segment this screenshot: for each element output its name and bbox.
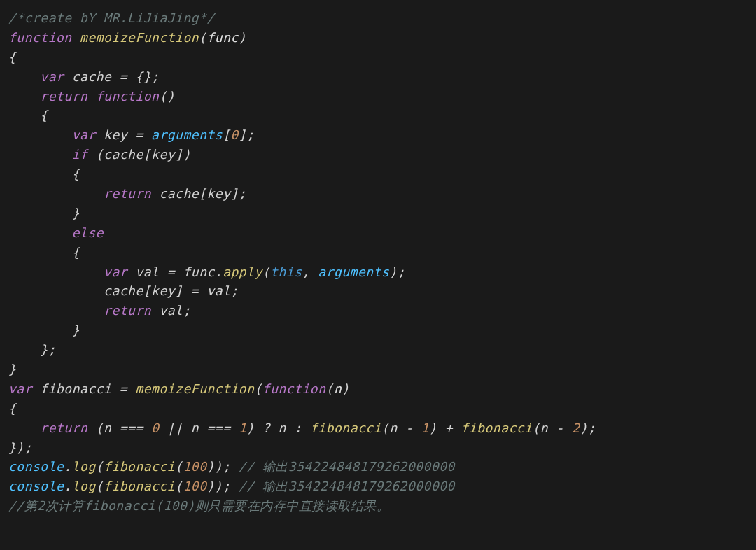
semi: ; — [239, 186, 246, 201]
id-cache: cache — [104, 147, 144, 162]
bracket-open: [ — [144, 147, 151, 162]
op-q: ? — [262, 421, 270, 435]
code-editor[interactable]: /*create bY MR.LiJiaJing*/ function memo… — [8, 8, 748, 516]
semi: ; — [230, 283, 238, 298]
id-cache: cache — [159, 186, 199, 201]
brace-open: { — [8, 50, 16, 64]
kw-function-inner: function — [96, 89, 160, 104]
id-fibonacci: fibonacci — [40, 381, 111, 396]
paren-open: ( — [255, 381, 262, 396]
kw-function: function — [8, 30, 72, 45]
op-eq: = — [191, 283, 199, 298]
param-n: n — [334, 381, 342, 396]
semi: ; — [398, 265, 405, 279]
comment-last: //第2次计算fibonacci(100)则只需要在内存中直接读取结果。 — [8, 498, 389, 513]
param-func: func — [206, 30, 238, 45]
id-val: val — [159, 303, 183, 318]
paren-open: ( — [175, 479, 183, 493]
id-log: log — [72, 459, 96, 474]
op-eqeqeq: === — [207, 421, 231, 435]
op-eq: = — [120, 381, 127, 396]
id-console: console — [8, 459, 64, 474]
call-fib: fibonacci — [104, 479, 175, 493]
id-arguments: arguments — [318, 265, 389, 279]
id-apply: apply — [223, 265, 262, 279]
kw-else: else — [72, 225, 104, 240]
kw-var: var — [104, 265, 127, 279]
op-colon: : — [294, 421, 302, 435]
paren-open: ( — [199, 30, 206, 45]
dot: . — [64, 459, 71, 474]
kw-return: return — [104, 303, 151, 318]
call-fib: fibonacci — [310, 421, 382, 435]
bracket-open: [ — [223, 127, 230, 142]
paren-open: ( — [382, 421, 389, 435]
kw-return: return — [40, 89, 88, 104]
kw-var: var — [8, 381, 32, 396]
paren-close: ) — [580, 421, 588, 435]
dot: . — [64, 479, 71, 493]
bracket-open: [ — [144, 283, 151, 298]
id-n: n — [389, 421, 397, 435]
fn-memoize: memoizeFunction — [80, 30, 199, 45]
semi: ; — [24, 440, 32, 455]
brace-close: } — [72, 323, 80, 337]
kw-function: function — [262, 381, 326, 396]
paren-open: ( — [326, 381, 334, 396]
paren-open: ( — [96, 459, 104, 474]
op-eq: = — [135, 127, 143, 142]
paren-open: ( — [96, 479, 104, 493]
brace-close: } — [8, 440, 16, 455]
brace-open: { — [8, 401, 16, 416]
num-100: 100 — [183, 479, 206, 493]
kw-return: return — [104, 186, 151, 201]
kw-this: this — [270, 265, 302, 279]
op-minus: - — [405, 421, 413, 435]
op-or: || — [167, 421, 183, 435]
brace-open: { — [72, 245, 80, 260]
num-2: 2 — [572, 421, 580, 435]
semi: ; — [588, 421, 596, 435]
paren-close: ) — [16, 440, 24, 455]
id-cache: cache — [104, 283, 144, 298]
id-func: func — [183, 265, 214, 279]
id-arguments: arguments — [151, 127, 223, 142]
paren-open: ( — [96, 421, 104, 435]
kw-var: var — [40, 69, 64, 84]
semi: ; — [48, 342, 56, 357]
semi: ; — [223, 459, 230, 474]
kw-if: if — [72, 147, 88, 162]
paren-open: () — [159, 89, 175, 104]
id-val: val — [206, 283, 230, 298]
paren-open: ( — [175, 459, 183, 474]
num-100: 100 — [183, 459, 206, 474]
paren-open: ( — [533, 421, 540, 435]
brace-close: } — [8, 362, 16, 376]
paren-close: )) — [206, 479, 223, 493]
comment-out2: // 输出354224848179262000000 — [239, 479, 455, 493]
id-log: log — [72, 479, 96, 493]
paren-open: ( — [96, 147, 104, 162]
paren-open: ( — [262, 265, 270, 279]
paren-close: ) — [389, 265, 397, 279]
call-memoize: memoizeFunction — [135, 381, 254, 396]
semi: ; — [151, 69, 159, 84]
bracket-close: ] — [175, 283, 183, 298]
id-n: n — [191, 421, 199, 435]
id-n: n — [279, 421, 286, 435]
kw-return: return — [40, 421, 88, 435]
comma: , — [302, 265, 310, 279]
op-eq: = — [120, 69, 127, 84]
semi: ; — [223, 479, 230, 493]
num-1: 1 — [239, 421, 246, 435]
id-key: key — [104, 127, 127, 142]
paren-close: ) — [239, 30, 246, 45]
num-1: 1 — [421, 421, 429, 435]
id-n: n — [104, 421, 111, 435]
paren-close: ) — [429, 421, 437, 435]
id-key: key — [206, 186, 230, 201]
dot: . — [215, 265, 223, 279]
num-0: 0 — [151, 421, 159, 435]
bracket-close: ] — [239, 127, 246, 142]
id-key: key — [151, 283, 175, 298]
